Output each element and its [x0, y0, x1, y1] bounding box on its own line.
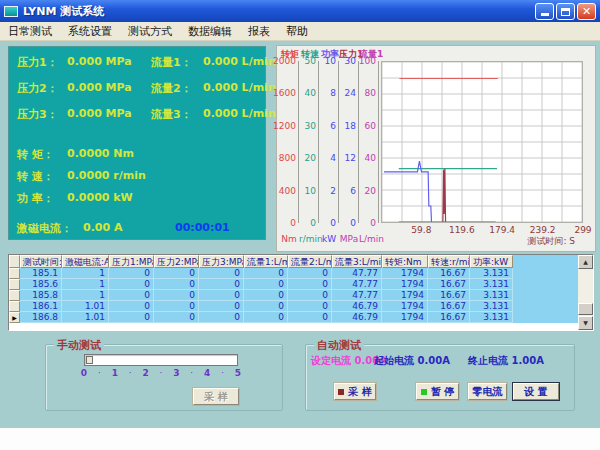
- auto-sample-label: 采 样: [348, 385, 371, 399]
- window-title: LYNM 测试系统: [23, 4, 104, 19]
- test-timer: 00:00:01: [175, 221, 230, 236]
- column-header[interactable]: 流量3:L/min: [332, 255, 382, 268]
- speed-row: 转 速： 0.0000 r/min: [17, 169, 146, 184]
- pause-button[interactable]: 暂 停: [416, 383, 459, 400]
- zero-current-button[interactable]: 零电流: [468, 383, 507, 400]
- row-selector[interactable]: [9, 290, 20, 301]
- table-inner: 测试时间:S激磁电流:A压力1:MPa压力2:MPa压力3:MPa流量1:L/m…: [9, 255, 578, 330]
- table-row[interactable]: ▶186.81.010000046.79179416.673.131: [9, 312, 578, 323]
- column-header[interactable]: 压力2:MPa: [154, 255, 199, 268]
- start-current-field: 起始电流 0.00A: [374, 354, 450, 368]
- slider-thumb[interactable]: [86, 356, 93, 364]
- scroll-up-icon[interactable]: ▲: [578, 255, 593, 269]
- pressure2-value: 0.000 MPa: [67, 81, 143, 96]
- close-icon: ✕: [582, 4, 591, 19]
- set-current-label: 设定电流: [311, 355, 351, 366]
- menu-item-report[interactable]: 报表: [240, 22, 278, 41]
- manual-sample-button[interactable]: 采 样: [193, 388, 239, 405]
- menu-item-system-settings[interactable]: 系统设置: [60, 22, 120, 41]
- auto-sample-button[interactable]: 采 样: [334, 383, 376, 400]
- menu-item-daily-test[interactable]: 日常测试: [0, 22, 60, 41]
- column-header[interactable]: 压力1:MPa: [109, 255, 154, 268]
- excitation-current-value: 0.00 A: [83, 221, 139, 236]
- table-cell: 0: [199, 312, 244, 323]
- column-header[interactable]: 功率:kW: [470, 255, 513, 268]
- table-cell: 3.131: [470, 290, 513, 301]
- table-cell: 3.131: [470, 312, 513, 323]
- settings-button[interactable]: 设 置: [513, 383, 559, 400]
- slider-tick-label: 1: [112, 368, 118, 378]
- restore-button[interactable]: [556, 3, 575, 20]
- column-header[interactable]: 激磁电流:A: [62, 255, 109, 268]
- column-header[interactable]: 测试时间:S: [20, 255, 62, 268]
- y-axis-压力1: 压力13024181260MPa: [339, 49, 359, 244]
- table-cell: 1: [62, 290, 109, 301]
- scrollbar-thumb[interactable]: [578, 303, 593, 315]
- pressure1-label: 压力1：: [17, 55, 67, 70]
- table-cell: 47.77: [332, 279, 382, 290]
- table-cell: 186.1: [20, 301, 62, 312]
- y-axis-流量1: 流量1100806040200L/min: [359, 49, 379, 244]
- table-scrollbar[interactable]: ▲ ▼: [578, 255, 593, 330]
- column-header[interactable]: 转速:r/min: [428, 255, 470, 268]
- flow2-label: 流量2：: [151, 81, 203, 96]
- excitation-row: 激磁电流： 0.00 A 00:00:01: [17, 221, 230, 236]
- table-cell: 0: [199, 268, 244, 279]
- column-header[interactable]: 流量1:L/min: [244, 255, 288, 268]
- row-selector[interactable]: [9, 268, 20, 279]
- table-cell: 0: [154, 312, 199, 323]
- active-row-marker[interactable]: ▶: [9, 312, 20, 323]
- row-selector[interactable]: [9, 279, 20, 290]
- table-cell: 0: [154, 268, 199, 279]
- table-cell: 1.01: [62, 312, 109, 323]
- column-header[interactable]: 流量2:L/min: [288, 255, 332, 268]
- table-cell: 3.131: [470, 268, 513, 279]
- menu-item-help[interactable]: 帮助: [278, 22, 316, 41]
- menu-item-data-edit[interactable]: 数据编辑: [180, 22, 240, 41]
- flow2-value: 0.000 L/min: [203, 81, 276, 96]
- flow3-label: 流量3：: [151, 107, 203, 122]
- table-cell: 0: [288, 290, 332, 301]
- table-cell: 16.67: [428, 290, 470, 301]
- table-empty-area: [9, 323, 578, 330]
- table-cell: 0: [288, 312, 332, 323]
- row-selector[interactable]: [9, 301, 20, 312]
- close-button[interactable]: ✕: [577, 3, 596, 20]
- table-cell: 0: [199, 290, 244, 301]
- scroll-down-icon[interactable]: ▼: [578, 316, 593, 330]
- table-cell: 0: [288, 268, 332, 279]
- pressure-flow-row-2: 压力2： 0.000 MPa 流量2： 0.000 L/min: [17, 81, 276, 96]
- speed-value: 0.0000 r/min: [67, 169, 146, 184]
- chart-axes: 转矩2000160012008004000Nm转速50403020100r/mi…: [279, 49, 379, 244]
- x-tick-label: 119.6: [449, 225, 475, 235]
- x-tick-label: 59.8: [411, 225, 431, 235]
- title-bar[interactable]: LYNM 测试系统 ✕: [0, 0, 600, 22]
- slider-tick-label: 0: [81, 368, 87, 378]
- table-cell: 0: [154, 279, 199, 290]
- table-cell: 185.8: [20, 290, 62, 301]
- table-cell: 1: [62, 279, 109, 290]
- table-cell: 0: [154, 290, 199, 301]
- column-header[interactable]: 压力3:MPa: [199, 255, 244, 268]
- minimize-button[interactable]: [535, 3, 554, 20]
- table-cell: 0: [109, 312, 154, 323]
- table-cell: 47.77: [332, 290, 382, 301]
- current-slider[interactable]: [84, 354, 238, 366]
- table-row[interactable]: 185.110000047.77179416.673.131: [9, 268, 578, 279]
- manual-test-group: 手动测试 0·1·2·3·4·5 采 样: [45, 344, 283, 411]
- pressure-flow-row-1: 压力1： 0.000 MPa 流量1： 0.000 L/min: [17, 55, 276, 70]
- table-cell: 0: [244, 268, 288, 279]
- table-cell: 0: [244, 290, 288, 301]
- power-value: 0.0000 kW: [67, 191, 133, 206]
- slider-ticks: 0·1·2·3·4·5: [84, 368, 238, 380]
- table-row[interactable]: 186.11.010000046.79179416.673.131: [9, 301, 578, 312]
- column-header[interactable]: 转矩:Nm: [382, 255, 428, 268]
- table-row[interactable]: 185.810000047.77179416.673.131: [9, 290, 578, 301]
- excitation-current-label: 激磁电流：: [17, 221, 83, 236]
- y-axis-转速: 转速50403020100r/min: [299, 49, 319, 244]
- power-row: 功 率： 0.0000 kW: [17, 191, 133, 206]
- client-area: 压力1： 0.000 MPa 流量1： 0.000 L/min 压力2： 0.0…: [0, 41, 600, 428]
- menu-item-test-mode[interactable]: 测试方式: [120, 22, 180, 41]
- table-row[interactable]: 185.610000047.77179416.673.131: [9, 279, 578, 290]
- torque-label: 转 矩：: [17, 147, 67, 162]
